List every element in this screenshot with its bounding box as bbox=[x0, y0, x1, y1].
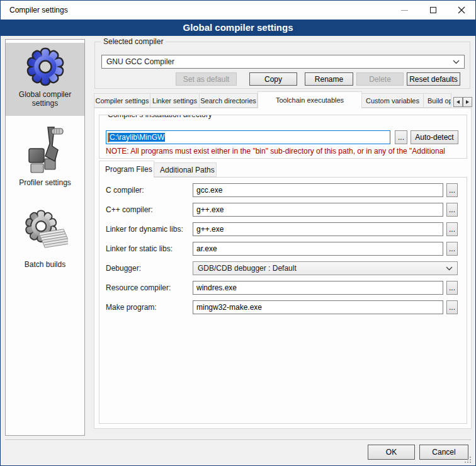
settings-category-list: Global compiler settings Profi bbox=[5, 39, 85, 436]
bin-directory-note: NOTE: All programs must exist either in … bbox=[106, 147, 466, 156]
toolchain-executables-page: Compiler's installation directory C:\ray… bbox=[94, 108, 472, 429]
window-title: Compiler settings bbox=[1, 6, 68, 14]
tab-linker-settings[interactable]: Linker settings bbox=[150, 93, 200, 108]
subtab-program-files[interactable]: Program Files bbox=[99, 161, 154, 178]
scroll-right-icon bbox=[466, 100, 469, 104]
installation-directory-group: Compiler's installation directory C:\ray… bbox=[99, 115, 467, 159]
chevron-down-icon bbox=[453, 60, 460, 64]
cpp-compiler-label: C++ compiler: bbox=[106, 205, 153, 214]
make-program-input[interactable] bbox=[193, 300, 443, 314]
compiler-select[interactable]: GNU GCC Compiler bbox=[101, 55, 465, 69]
debugger-select-value: GDB/CDB debugger : Default bbox=[198, 264, 297, 273]
c-compiler-label: C compiler: bbox=[106, 186, 144, 195]
sidebar-item-label: Batch builds bbox=[10, 260, 81, 269]
tab-build-options[interactable]: Build options bbox=[424, 93, 451, 108]
blue-gear-icon bbox=[25, 47, 65, 87]
reset-defaults-button[interactable]: Reset defaults bbox=[407, 72, 460, 86]
footer-divider bbox=[5, 440, 471, 441]
scroll-left-icon bbox=[456, 100, 460, 104]
tab-toolchain-executables[interactable]: Toolchain executables bbox=[258, 91, 362, 108]
program-files-panel: C compiler: ... C++ compiler: ... Linker… bbox=[99, 177, 467, 424]
cpp-compiler-browse-button[interactable]: ... bbox=[446, 203, 458, 217]
selected-compiler-group-label: Selected compiler bbox=[101, 37, 166, 46]
dynamic-linker-browse-button[interactable]: ... bbox=[446, 222, 458, 236]
tab-search-directories[interactable]: Search directories bbox=[200, 93, 258, 108]
tab-compiler-settings[interactable]: Compiler settings bbox=[94, 93, 150, 108]
delete-button[interactable]: Delete bbox=[356, 72, 404, 86]
tab-custom-variables[interactable]: Custom variables bbox=[362, 93, 424, 108]
minimize-icon bbox=[401, 10, 408, 11]
sidebar-item-label: Profiler settings bbox=[10, 178, 81, 187]
main-tabstrip: Compiler settings Linker settings Search… bbox=[94, 91, 451, 108]
maximize-icon bbox=[430, 7, 436, 13]
cancel-button[interactable]: Cancel bbox=[419, 445, 468, 460]
static-linker-label: Linker for static libs: bbox=[106, 244, 173, 253]
subtab-additional-paths[interactable]: Additional Paths bbox=[154, 162, 217, 177]
resize-grip[interactable] bbox=[463, 455, 472, 463]
resource-compiler-label: Resource compiler: bbox=[106, 283, 171, 292]
maximize-button[interactable] bbox=[419, 1, 447, 20]
chevron-down-icon bbox=[446, 266, 453, 271]
cpp-compiler-input[interactable] bbox=[193, 203, 443, 217]
tab-scroll-left-button[interactable] bbox=[453, 97, 463, 107]
titlebar[interactable]: Compiler settings bbox=[1, 1, 475, 20]
set-as-default-button[interactable]: Set as default bbox=[176, 72, 237, 86]
resource-compiler-input[interactable] bbox=[193, 281, 443, 295]
installation-directory-value: C:\raylib\MinGW bbox=[109, 133, 165, 142]
browse-directory-button[interactable]: ... bbox=[395, 130, 407, 144]
program-files-tabstrip: Program Files Additional Paths bbox=[99, 161, 217, 177]
minimize-button[interactable] bbox=[390, 1, 419, 20]
sidebar-item-batch-builds[interactable]: Batch builds bbox=[6, 203, 84, 270]
static-linker-browse-button[interactable]: ... bbox=[446, 242, 458, 256]
debugger-label: Debugger: bbox=[106, 264, 141, 273]
selected-compiler-group: Selected compiler GNU GCC Compiler Set a… bbox=[94, 42, 470, 89]
sidebar-item-global-compiler-settings[interactable]: Global compiler settings bbox=[6, 43, 84, 116]
close-icon bbox=[458, 6, 465, 14]
c-compiler-input[interactable] bbox=[193, 183, 443, 197]
tab-scroll-right-button[interactable] bbox=[463, 97, 472, 107]
debugger-select[interactable]: GDB/CDB debugger : Default bbox=[193, 261, 458, 275]
resource-compiler-browse-button[interactable]: ... bbox=[446, 281, 458, 295]
copy-button[interactable]: Copy bbox=[249, 72, 297, 86]
compiler-settings-dialog: Compiler settings Global compiler settin… bbox=[0, 0, 476, 466]
installation-directory-input[interactable]: C:\raylib\MinGW bbox=[106, 130, 390, 144]
installation-directory-group-label: Compiler's installation directory bbox=[105, 115, 215, 119]
static-linker-input[interactable] bbox=[193, 242, 443, 256]
dialog-header: Global compiler settings bbox=[1, 20, 475, 36]
gray-gear-stack-icon bbox=[23, 207, 68, 257]
sidebar-item-label: Global compiler settings bbox=[10, 90, 81, 108]
dynamic-linker-input[interactable] bbox=[193, 222, 443, 236]
ok-button[interactable]: OK bbox=[368, 445, 415, 460]
make-program-label: Make program: bbox=[106, 303, 157, 312]
make-program-browse-button[interactable]: ... bbox=[446, 300, 458, 314]
close-button[interactable] bbox=[447, 1, 475, 20]
sidebar-item-profiler-settings[interactable]: Profiler settings bbox=[6, 121, 84, 188]
rename-button[interactable]: Rename bbox=[305, 72, 353, 86]
caliper-tool-icon bbox=[25, 125, 65, 175]
dialog-body: Global compiler settings Profi bbox=[1, 36, 475, 465]
auto-detect-button[interactable]: Auto-detect bbox=[411, 130, 458, 144]
compiler-select-value: GNU GCC Compiler bbox=[106, 57, 174, 66]
dynamic-linker-label: Linker for dynamic libs: bbox=[106, 225, 183, 234]
c-compiler-browse-button[interactable]: ... bbox=[446, 183, 458, 197]
